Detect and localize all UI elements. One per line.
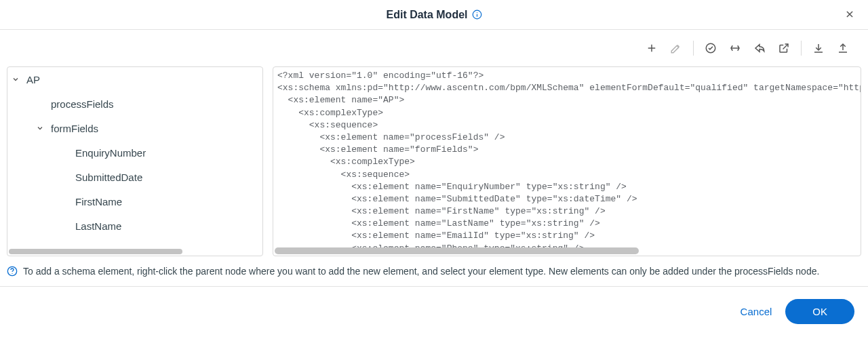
scrollbar-horizontal[interactable] [9,249,182,254]
tree-node-label: processFields [51,98,114,110]
upload-icon[interactable] [831,37,854,60]
tree-node-label: AP [26,74,40,85]
close-icon[interactable] [842,6,857,24]
collapse-icon[interactable] [724,37,747,60]
dialog-footer: Cancel OK [0,287,868,336]
tree-node-label: formFields [51,123,98,134]
edit-icon[interactable] [665,37,688,60]
open-external-icon[interactable] [772,37,795,60]
code-editor[interactable]: <?xml version="1.0" encoding="utf-16"?> … [273,67,861,256]
share-icon[interactable] [748,37,771,60]
content-area: APprocessFieldsformFieldsEnquiryNumberSu… [0,66,868,256]
help-text: To add a schema element, right-click the… [23,266,819,277]
toolbar-divider [801,41,802,56]
tree-node-label: SubmittedDate [75,172,142,183]
chevron-down-icon[interactable] [33,124,47,132]
tree-scroll[interactable]: APprocessFieldsformFieldsEnquiryNumberSu… [7,67,262,256]
tree-node[interactable]: AP [7,67,262,92]
tree-panel: APprocessFieldsformFieldsEnquiryNumberSu… [7,66,263,256]
toolbar [0,30,868,66]
scrollbar-horizontal[interactable] [275,247,639,254]
toolbar-divider [693,41,694,56]
tree-node[interactable]: processFields [7,92,262,116]
help-info-icon [7,266,18,277]
svg-point-10 [12,273,12,274]
download-icon[interactable] [807,37,830,60]
tree-node[interactable]: LastName [7,214,262,238]
ok-button[interactable]: OK [785,299,854,324]
help-row: To add a schema element, right-click the… [0,256,868,287]
tree-node-label: EnquiryNumber [75,147,146,159]
tree-node[interactable]: SubmittedDate [7,165,262,189]
tree-node[interactable]: EnquiryNumber [7,140,262,165]
tree-node[interactable]: formFields [7,116,262,140]
dialog-title: Edit Data Model [386,9,467,21]
validate-icon[interactable] [699,37,722,60]
tree-node-label: FirstName [75,196,122,207]
svg-point-2 [476,12,477,13]
tree-node-label: LastName [75,220,121,232]
cancel-button[interactable]: Cancel [741,306,772,317]
chevron-down-icon[interactable] [9,75,22,83]
dialog-header: Edit Data Model [0,0,868,30]
info-icon[interactable] [472,9,482,20]
add-icon[interactable] [640,37,663,60]
code-panel: <?xml version="1.0" encoding="utf-16"?> … [273,66,861,256]
tree-node[interactable]: FirstName [7,189,262,214]
